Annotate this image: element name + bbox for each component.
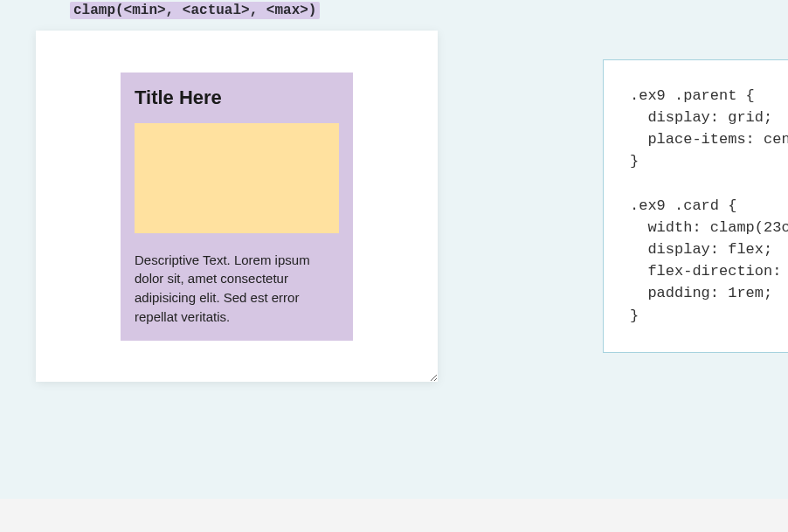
card-title: Title Here [135, 86, 339, 109]
card-description: Descriptive Text. Lorem ipsum dolor sit,… [135, 251, 339, 327]
card-image-placeholder [135, 123, 339, 233]
clamp-syntax-code: clamp(<min>, <actual>, <max>) [70, 2, 320, 19]
css-code-panel: .ex9 .parent { display: grid; place-item… [603, 59, 788, 353]
bottom-strip [0, 499, 788, 532]
demo-card: Title Here Descriptive Text. Lorem ipsum… [121, 73, 353, 341]
demo-panel[interactable]: Title Here Descriptive Text. Lorem ipsum… [36, 31, 438, 382]
